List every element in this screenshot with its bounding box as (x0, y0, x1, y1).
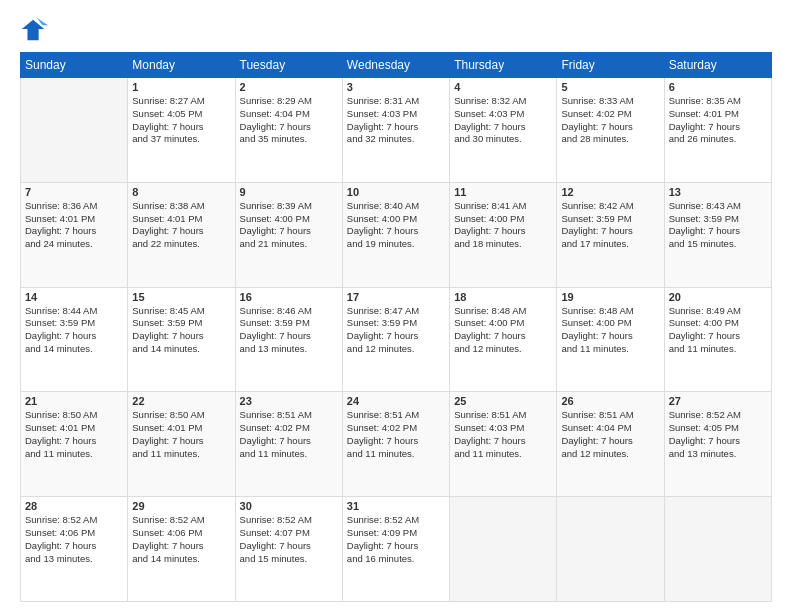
calendar-cell: 27Sunrise: 8:52 AM Sunset: 4:05 PM Dayli… (664, 392, 771, 497)
day-number: 9 (240, 186, 338, 198)
day-info: Sunrise: 8:43 AM Sunset: 3:59 PM Dayligh… (669, 200, 767, 251)
day-number: 4 (454, 81, 552, 93)
day-number: 26 (561, 395, 659, 407)
calendar-cell (557, 497, 664, 602)
day-info: Sunrise: 8:52 AM Sunset: 4:06 PM Dayligh… (25, 514, 123, 565)
day-info: Sunrise: 8:48 AM Sunset: 4:00 PM Dayligh… (561, 305, 659, 356)
calendar-cell: 17Sunrise: 8:47 AM Sunset: 3:59 PM Dayli… (342, 287, 449, 392)
day-number: 22 (132, 395, 230, 407)
day-number: 28 (25, 500, 123, 512)
weekday-header-saturday: Saturday (664, 53, 771, 78)
weekday-header-thursday: Thursday (450, 53, 557, 78)
day-number: 25 (454, 395, 552, 407)
day-number: 23 (240, 395, 338, 407)
calendar-cell: 13Sunrise: 8:43 AM Sunset: 3:59 PM Dayli… (664, 182, 771, 287)
calendar-cell: 2Sunrise: 8:29 AM Sunset: 4:04 PM Daylig… (235, 78, 342, 183)
day-number: 30 (240, 500, 338, 512)
day-number: 5 (561, 81, 659, 93)
calendar-table: SundayMondayTuesdayWednesdayThursdayFrid… (20, 52, 772, 602)
day-info: Sunrise: 8:36 AM Sunset: 4:01 PM Dayligh… (25, 200, 123, 251)
calendar-cell: 11Sunrise: 8:41 AM Sunset: 4:00 PM Dayli… (450, 182, 557, 287)
day-info: Sunrise: 8:51 AM Sunset: 4:02 PM Dayligh… (347, 409, 445, 460)
calendar-cell: 10Sunrise: 8:40 AM Sunset: 4:00 PM Dayli… (342, 182, 449, 287)
weekday-header-monday: Monday (128, 53, 235, 78)
day-number: 11 (454, 186, 552, 198)
day-info: Sunrise: 8:50 AM Sunset: 4:01 PM Dayligh… (25, 409, 123, 460)
calendar-cell: 22Sunrise: 8:50 AM Sunset: 4:01 PM Dayli… (128, 392, 235, 497)
day-number: 8 (132, 186, 230, 198)
day-number: 10 (347, 186, 445, 198)
weekday-header-tuesday: Tuesday (235, 53, 342, 78)
calendar-cell: 24Sunrise: 8:51 AM Sunset: 4:02 PM Dayli… (342, 392, 449, 497)
day-info: Sunrise: 8:35 AM Sunset: 4:01 PM Dayligh… (669, 95, 767, 146)
calendar-week-1: 1Sunrise: 8:27 AM Sunset: 4:05 PM Daylig… (21, 78, 772, 183)
day-info: Sunrise: 8:51 AM Sunset: 4:03 PM Dayligh… (454, 409, 552, 460)
calendar-cell: 15Sunrise: 8:45 AM Sunset: 3:59 PM Dayli… (128, 287, 235, 392)
calendar-cell: 29Sunrise: 8:52 AM Sunset: 4:06 PM Dayli… (128, 497, 235, 602)
weekday-header-row: SundayMondayTuesdayWednesdayThursdayFrid… (21, 53, 772, 78)
calendar-week-2: 7Sunrise: 8:36 AM Sunset: 4:01 PM Daylig… (21, 182, 772, 287)
calendar-cell: 18Sunrise: 8:48 AM Sunset: 4:00 PM Dayli… (450, 287, 557, 392)
calendar-cell: 9Sunrise: 8:39 AM Sunset: 4:00 PM Daylig… (235, 182, 342, 287)
day-info: Sunrise: 8:47 AM Sunset: 3:59 PM Dayligh… (347, 305, 445, 356)
calendar-cell (664, 497, 771, 602)
day-number: 16 (240, 291, 338, 303)
day-info: Sunrise: 8:31 AM Sunset: 4:03 PM Dayligh… (347, 95, 445, 146)
calendar-cell: 16Sunrise: 8:46 AM Sunset: 3:59 PM Dayli… (235, 287, 342, 392)
day-number: 29 (132, 500, 230, 512)
weekday-header-sunday: Sunday (21, 53, 128, 78)
logo-icon (20, 16, 48, 44)
calendar-cell: 6Sunrise: 8:35 AM Sunset: 4:01 PM Daylig… (664, 78, 771, 183)
calendar-week-4: 21Sunrise: 8:50 AM Sunset: 4:01 PM Dayli… (21, 392, 772, 497)
day-info: Sunrise: 8:52 AM Sunset: 4:05 PM Dayligh… (669, 409, 767, 460)
weekday-header-friday: Friday (557, 53, 664, 78)
day-info: Sunrise: 8:52 AM Sunset: 4:06 PM Dayligh… (132, 514, 230, 565)
page: SundayMondayTuesdayWednesdayThursdayFrid… (0, 0, 792, 612)
day-number: 14 (25, 291, 123, 303)
calendar-cell: 1Sunrise: 8:27 AM Sunset: 4:05 PM Daylig… (128, 78, 235, 183)
day-number: 31 (347, 500, 445, 512)
day-info: Sunrise: 8:46 AM Sunset: 3:59 PM Dayligh… (240, 305, 338, 356)
day-number: 13 (669, 186, 767, 198)
calendar-cell: 28Sunrise: 8:52 AM Sunset: 4:06 PM Dayli… (21, 497, 128, 602)
calendar-cell: 5Sunrise: 8:33 AM Sunset: 4:02 PM Daylig… (557, 78, 664, 183)
day-number: 21 (25, 395, 123, 407)
calendar-cell: 19Sunrise: 8:48 AM Sunset: 4:00 PM Dayli… (557, 287, 664, 392)
day-info: Sunrise: 8:51 AM Sunset: 4:02 PM Dayligh… (240, 409, 338, 460)
calendar-cell: 8Sunrise: 8:38 AM Sunset: 4:01 PM Daylig… (128, 182, 235, 287)
day-info: Sunrise: 8:40 AM Sunset: 4:00 PM Dayligh… (347, 200, 445, 251)
calendar-week-3: 14Sunrise: 8:44 AM Sunset: 3:59 PM Dayli… (21, 287, 772, 392)
day-number: 6 (669, 81, 767, 93)
day-info: Sunrise: 8:51 AM Sunset: 4:04 PM Dayligh… (561, 409, 659, 460)
day-number: 7 (25, 186, 123, 198)
day-number: 27 (669, 395, 767, 407)
calendar-cell (450, 497, 557, 602)
day-info: Sunrise: 8:52 AM Sunset: 4:09 PM Dayligh… (347, 514, 445, 565)
day-number: 20 (669, 291, 767, 303)
day-number: 12 (561, 186, 659, 198)
day-info: Sunrise: 8:38 AM Sunset: 4:01 PM Dayligh… (132, 200, 230, 251)
calendar-cell: 21Sunrise: 8:50 AM Sunset: 4:01 PM Dayli… (21, 392, 128, 497)
header (20, 16, 772, 44)
day-info: Sunrise: 8:41 AM Sunset: 4:00 PM Dayligh… (454, 200, 552, 251)
day-info: Sunrise: 8:48 AM Sunset: 4:00 PM Dayligh… (454, 305, 552, 356)
day-info: Sunrise: 8:45 AM Sunset: 3:59 PM Dayligh… (132, 305, 230, 356)
calendar-cell: 26Sunrise: 8:51 AM Sunset: 4:04 PM Dayli… (557, 392, 664, 497)
calendar-cell: 4Sunrise: 8:32 AM Sunset: 4:03 PM Daylig… (450, 78, 557, 183)
calendar-cell: 7Sunrise: 8:36 AM Sunset: 4:01 PM Daylig… (21, 182, 128, 287)
day-number: 17 (347, 291, 445, 303)
day-info: Sunrise: 8:50 AM Sunset: 4:01 PM Dayligh… (132, 409, 230, 460)
calendar-cell: 20Sunrise: 8:49 AM Sunset: 4:00 PM Dayli… (664, 287, 771, 392)
day-number: 3 (347, 81, 445, 93)
day-number: 15 (132, 291, 230, 303)
calendar-cell: 30Sunrise: 8:52 AM Sunset: 4:07 PM Dayli… (235, 497, 342, 602)
calendar-cell: 25Sunrise: 8:51 AM Sunset: 4:03 PM Dayli… (450, 392, 557, 497)
day-info: Sunrise: 8:44 AM Sunset: 3:59 PM Dayligh… (25, 305, 123, 356)
svg-marker-1 (37, 18, 48, 25)
calendar-cell: 14Sunrise: 8:44 AM Sunset: 3:59 PM Dayli… (21, 287, 128, 392)
day-info: Sunrise: 8:42 AM Sunset: 3:59 PM Dayligh… (561, 200, 659, 251)
calendar-week-5: 28Sunrise: 8:52 AM Sunset: 4:06 PM Dayli… (21, 497, 772, 602)
logo (20, 16, 52, 44)
day-info: Sunrise: 8:39 AM Sunset: 4:00 PM Dayligh… (240, 200, 338, 251)
calendar-cell: 31Sunrise: 8:52 AM Sunset: 4:09 PM Dayli… (342, 497, 449, 602)
